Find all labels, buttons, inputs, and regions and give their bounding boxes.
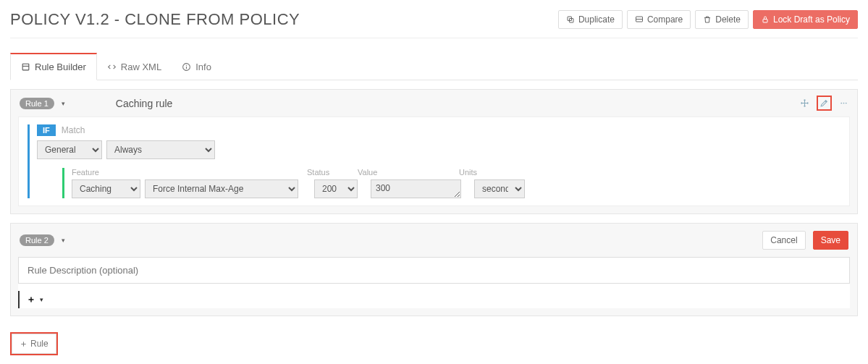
svg-point-6	[186, 65, 187, 66]
tab-info[interactable]: Info	[172, 53, 222, 80]
match-category-select[interactable]: General	[37, 140, 102, 159]
rule-1-badge: Rule 1	[20, 98, 54, 109]
save-label: Save	[821, 235, 840, 245]
cancel-button[interactable]: Cancel	[762, 231, 805, 250]
feature-status-select[interactable]: 200	[314, 179, 358, 198]
delete-button[interactable]: Delete	[695, 10, 749, 29]
feature-value-input[interactable]	[371, 179, 461, 198]
tab-rule-builder[interactable]: Rule Builder	[10, 53, 97, 80]
svg-point-8	[840, 103, 842, 104]
compare-icon	[635, 15, 644, 24]
plus-icon	[20, 340, 28, 348]
edit-icon[interactable]	[819, 98, 829, 108]
code-icon	[107, 62, 117, 72]
if-badge: IF	[37, 124, 56, 136]
tab-info-label: Info	[195, 62, 211, 72]
feature-category-select[interactable]: Caching	[72, 179, 140, 198]
svg-point-10	[846, 103, 847, 104]
add-rule-label: Rule	[30, 339, 49, 349]
trash-icon	[703, 15, 712, 24]
rule-2-collapse-toggle[interactable]: ▾	[62, 237, 65, 244]
rule-1-panel: Rule 1 ▾ Caching rule IF Match	[10, 89, 858, 214]
svg-rect-3	[763, 20, 767, 23]
info-icon	[182, 62, 191, 72]
status-col-label: Status	[307, 168, 358, 177]
delete-label: Delete	[715, 14, 741, 25]
svg-rect-7	[186, 67, 187, 69]
tab-raw-xml[interactable]: Raw XML	[97, 53, 172, 80]
feature-units-select[interactable]: seconds	[474, 179, 525, 198]
tabs: Rule Builder Raw XML Info	[10, 53, 858, 80]
feature-name-select[interactable]: Force Internal Max-Age	[145, 179, 298, 198]
feature-col-label: Feature	[72, 168, 144, 177]
if-block: IF Match General Always Feature Status V…	[28, 124, 840, 198]
duplicate-button[interactable]: Duplicate	[558, 10, 623, 29]
builder-icon	[21, 62, 30, 72]
rule-2-badge: Rule 2	[20, 234, 54, 246]
plus-icon	[27, 295, 35, 304]
rule-1-name: Caching rule	[72, 98, 173, 109]
tab-rawxml-label: Raw XML	[121, 62, 161, 72]
lock-label: Lock Draft as Policy	[773, 14, 850, 25]
lock-draft-button[interactable]: Lock Draft as Policy	[753, 10, 858, 29]
duplicate-label: Duplicate	[578, 14, 615, 25]
value-col-label: Value	[358, 168, 459, 177]
duplicate-icon	[566, 15, 575, 24]
header-actions: Duplicate Compare Delete Lock Draft as P…	[558, 10, 858, 29]
move-icon[interactable]	[800, 98, 809, 108]
match-label: Match	[62, 125, 85, 135]
cancel-label: Cancel	[770, 235, 797, 245]
feature-block: Feature Status Value Units Caching Force…	[62, 168, 840, 198]
svg-rect-4	[22, 64, 29, 70]
add-rule-button[interactable]: Rule	[12, 334, 56, 354]
add-rule-section: Rule	[10, 332, 858, 355]
lock-icon	[761, 15, 770, 24]
svg-point-9	[843, 103, 845, 104]
rule-description-input[interactable]	[18, 257, 850, 284]
page-title: POLICY V1.2 - CLONE FROM POLICY	[10, 10, 300, 29]
tab-builder-label: Rule Builder	[35, 62, 86, 72]
rule-1-header: Rule 1 ▾ Caching rule	[11, 90, 857, 117]
units-col-label: Units	[459, 168, 517, 177]
rule-2-header: Rule 2 ▾ Cancel Save	[11, 224, 857, 257]
rule-1-body: IF Match General Always Feature Status V…	[18, 117, 850, 206]
rule-1-collapse-toggle[interactable]: ▾	[62, 100, 65, 107]
add-condition-button[interactable]: ▾	[18, 291, 51, 308]
page-header: POLICY V1.2 - CLONE FROM POLICY Duplicat…	[10, 10, 858, 38]
compare-button[interactable]: Compare	[627, 10, 691, 29]
chevron-down-icon: ▾	[40, 296, 43, 303]
rule-2-panel: Rule 2 ▾ Cancel Save ▾	[10, 223, 858, 316]
compare-label: Compare	[647, 14, 683, 25]
more-icon[interactable]	[839, 98, 848, 108]
save-button[interactable]: Save	[813, 231, 848, 250]
match-condition-select[interactable]: Always	[106, 140, 215, 159]
